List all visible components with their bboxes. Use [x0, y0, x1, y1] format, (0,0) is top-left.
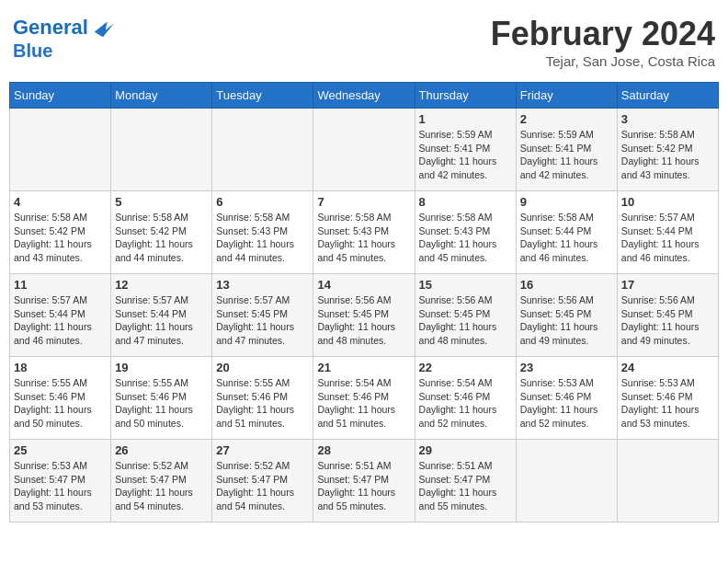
- day-number: 23: [520, 361, 613, 374]
- title-section: February 2024 Tejar, San Jose, Costa Ric…: [491, 15, 715, 69]
- calendar-title: February 2024: [491, 15, 715, 53]
- day-header-monday: Monday: [111, 83, 212, 109]
- day-info: Sunrise: 5:53 AMSunset: 5:47 PMDaylight:…: [14, 459, 107, 513]
- calendar-cell: [10, 109, 111, 191]
- day-header-sunday: Sunday: [10, 83, 111, 109]
- day-info: Sunrise: 5:52 AMSunset: 5:47 PMDaylight:…: [115, 459, 208, 513]
- day-header-friday: Friday: [516, 83, 617, 109]
- calendar-cell: 16Sunrise: 5:56 AMSunset: 5:45 PMDayligh…: [516, 274, 617, 357]
- day-info: Sunrise: 5:59 AMSunset: 5:41 PMDaylight:…: [419, 128, 512, 182]
- day-info: Sunrise: 5:59 AMSunset: 5:41 PMDaylight:…: [520, 128, 613, 182]
- day-info: Sunrise: 5:55 AMSunset: 5:46 PMDaylight:…: [216, 376, 309, 431]
- day-info: Sunrise: 5:58 AMSunset: 5:44 PMDaylight:…: [520, 211, 613, 265]
- day-number: 5: [115, 195, 208, 209]
- calendar-cell: [111, 109, 212, 191]
- calendar-cell: 13Sunrise: 5:57 AMSunset: 5:45 PMDayligh…: [212, 274, 313, 357]
- logo-icon: [90, 15, 116, 40]
- day-header-wednesday: Wednesday: [313, 83, 415, 109]
- header: General Blue February 2024 Tejar, San Jo…: [9, 9, 719, 75]
- logo-blue: Blue: [13, 40, 116, 61]
- day-info: Sunrise: 5:54 AMSunset: 5:46 PMDaylight:…: [419, 376, 512, 431]
- calendar-cell: 10Sunrise: 5:57 AMSunset: 5:44 PMDayligh…: [617, 191, 718, 274]
- day-info: Sunrise: 5:58 AMSunset: 5:42 PMDaylight:…: [621, 128, 714, 182]
- calendar-cell: 6Sunrise: 5:58 AMSunset: 5:43 PMDaylight…: [212, 191, 313, 274]
- calendar-cell: 11Sunrise: 5:57 AMSunset: 5:44 PMDayligh…: [10, 274, 111, 357]
- calendar-cell: 19Sunrise: 5:55 AMSunset: 5:46 PMDayligh…: [111, 357, 212, 440]
- day-number: 13: [216, 278, 309, 292]
- day-info: Sunrise: 5:56 AMSunset: 5:45 PMDaylight:…: [520, 293, 613, 348]
- day-number: 14: [317, 278, 410, 292]
- day-number: 22: [419, 361, 512, 374]
- calendar-cell: [313, 109, 415, 191]
- calendar-cell: 7Sunrise: 5:58 AMSunset: 5:43 PMDaylight…: [313, 191, 415, 274]
- calendar-cell: 12Sunrise: 5:57 AMSunset: 5:44 PMDayligh…: [111, 274, 212, 357]
- week-row-2: 11Sunrise: 5:57 AMSunset: 5:44 PMDayligh…: [10, 274, 719, 357]
- day-number: 26: [115, 443, 208, 457]
- day-number: 17: [621, 278, 714, 292]
- day-info: Sunrise: 5:53 AMSunset: 5:46 PMDaylight:…: [520, 376, 613, 431]
- day-number: 25: [14, 443, 107, 457]
- day-number: 24: [621, 361, 714, 374]
- calendar-cell: 25Sunrise: 5:53 AMSunset: 5:47 PMDayligh…: [10, 440, 111, 523]
- week-row-0: 1Sunrise: 5:59 AMSunset: 5:41 PMDaylight…: [10, 109, 719, 191]
- day-info: Sunrise: 5:57 AMSunset: 5:44 PMDaylight:…: [115, 293, 208, 348]
- calendar-cell: 2Sunrise: 5:59 AMSunset: 5:41 PMDaylight…: [516, 109, 617, 191]
- calendar-subtitle: Tejar, San Jose, Costa Rica: [491, 53, 715, 69]
- day-number: 3: [621, 112, 714, 126]
- day-number: 16: [520, 278, 613, 292]
- calendar-cell: 21Sunrise: 5:54 AMSunset: 5:46 PMDayligh…: [313, 357, 415, 440]
- calendar-body: 1Sunrise: 5:59 AMSunset: 5:41 PMDaylight…: [10, 109, 719, 523]
- day-header-thursday: Thursday: [415, 83, 516, 109]
- calendar-cell: 20Sunrise: 5:55 AMSunset: 5:46 PMDayligh…: [212, 357, 313, 440]
- calendar-cell: 23Sunrise: 5:53 AMSunset: 5:46 PMDayligh…: [516, 357, 617, 440]
- calendar-cell: 24Sunrise: 5:53 AMSunset: 5:46 PMDayligh…: [617, 357, 718, 440]
- day-header-tuesday: Tuesday: [212, 83, 313, 109]
- day-number: 6: [216, 195, 309, 209]
- calendar-cell: 3Sunrise: 5:58 AMSunset: 5:42 PMDaylight…: [617, 109, 718, 191]
- svg-marker-0: [95, 21, 114, 37]
- calendar-cell: 18Sunrise: 5:55 AMSunset: 5:46 PMDayligh…: [10, 357, 111, 440]
- day-number: 10: [621, 195, 714, 209]
- calendar-cell: 14Sunrise: 5:56 AMSunset: 5:45 PMDayligh…: [313, 274, 415, 357]
- calendar-cell: [617, 440, 718, 523]
- logo: General Blue: [13, 15, 116, 61]
- day-info: Sunrise: 5:55 AMSunset: 5:46 PMDaylight:…: [14, 376, 107, 431]
- logo-general: General: [13, 16, 88, 39]
- day-number: 28: [317, 443, 410, 457]
- day-number: 20: [216, 361, 309, 374]
- day-number: 11: [14, 278, 107, 292]
- day-info: Sunrise: 5:57 AMSunset: 5:45 PMDaylight:…: [216, 293, 309, 348]
- day-info: Sunrise: 5:57 AMSunset: 5:44 PMDaylight:…: [14, 293, 107, 348]
- week-row-1: 4Sunrise: 5:58 AMSunset: 5:42 PMDaylight…: [10, 191, 719, 274]
- day-number: 21: [317, 361, 410, 374]
- calendar-cell: [212, 109, 313, 191]
- calendar-cell: 5Sunrise: 5:58 AMSunset: 5:42 PMDaylight…: [111, 191, 212, 274]
- calendar-cell: 17Sunrise: 5:56 AMSunset: 5:45 PMDayligh…: [617, 274, 718, 357]
- calendar-cell: 1Sunrise: 5:59 AMSunset: 5:41 PMDaylight…: [415, 109, 516, 191]
- day-info: Sunrise: 5:58 AMSunset: 5:43 PMDaylight:…: [419, 211, 512, 265]
- calendar-cell: 15Sunrise: 5:56 AMSunset: 5:45 PMDayligh…: [415, 274, 516, 357]
- calendar-cell: 26Sunrise: 5:52 AMSunset: 5:47 PMDayligh…: [111, 440, 212, 523]
- calendar-cell: 8Sunrise: 5:58 AMSunset: 5:43 PMDaylight…: [415, 191, 516, 274]
- day-number: 4: [14, 195, 107, 209]
- header-row: SundayMondayTuesdayWednesdayThursdayFrid…: [10, 83, 719, 109]
- day-info: Sunrise: 5:58 AMSunset: 5:43 PMDaylight:…: [216, 211, 309, 265]
- day-info: Sunrise: 5:55 AMSunset: 5:46 PMDaylight:…: [115, 376, 208, 431]
- day-info: Sunrise: 5:58 AMSunset: 5:43 PMDaylight:…: [317, 211, 410, 265]
- calendar-cell: 9Sunrise: 5:58 AMSunset: 5:44 PMDaylight…: [516, 191, 617, 274]
- day-number: 19: [115, 361, 208, 374]
- calendar-table: SundayMondayTuesdayWednesdayThursdayFrid…: [9, 82, 719, 523]
- calendar-cell: 28Sunrise: 5:51 AMSunset: 5:47 PMDayligh…: [313, 440, 415, 523]
- day-info: Sunrise: 5:58 AMSunset: 5:42 PMDaylight:…: [115, 211, 208, 265]
- week-row-4: 25Sunrise: 5:53 AMSunset: 5:47 PMDayligh…: [10, 440, 719, 523]
- day-info: Sunrise: 5:53 AMSunset: 5:46 PMDaylight:…: [621, 376, 714, 431]
- calendar-cell: 29Sunrise: 5:51 AMSunset: 5:47 PMDayligh…: [415, 440, 516, 523]
- day-number: 12: [115, 278, 208, 292]
- calendar-cell: 27Sunrise: 5:52 AMSunset: 5:47 PMDayligh…: [212, 440, 313, 523]
- day-info: Sunrise: 5:51 AMSunset: 5:47 PMDaylight:…: [419, 459, 512, 513]
- calendar-cell: 22Sunrise: 5:54 AMSunset: 5:46 PMDayligh…: [415, 357, 516, 440]
- day-number: 2: [520, 112, 613, 126]
- day-number: 7: [317, 195, 410, 209]
- day-number: 9: [520, 195, 613, 209]
- day-number: 1: [419, 112, 512, 126]
